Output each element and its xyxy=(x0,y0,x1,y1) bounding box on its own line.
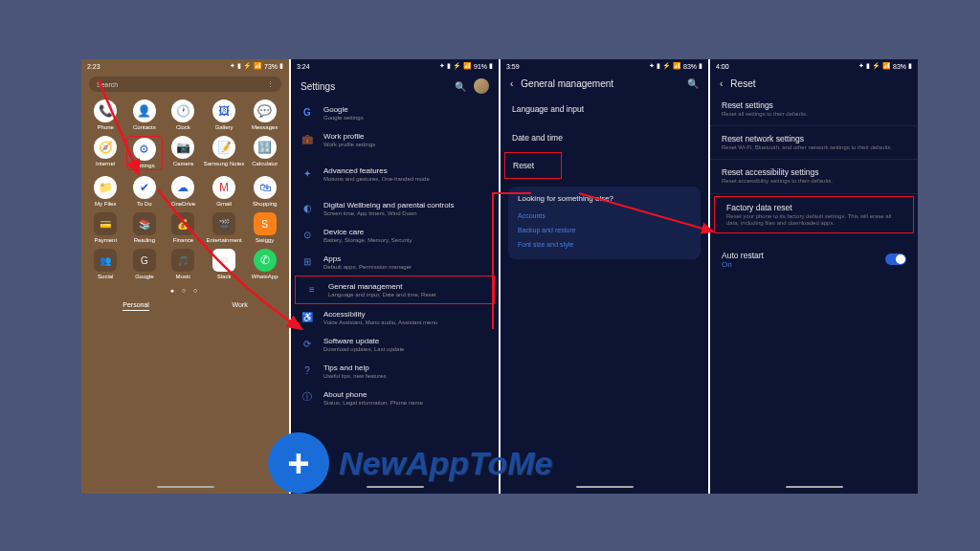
gm-title: General management xyxy=(521,78,613,89)
folder-reading[interactable]: 📚Reading xyxy=(126,212,164,243)
app-gallery[interactable]: 🖼Gallery xyxy=(204,99,245,130)
app-settings-highlighted[interactable]: ⚙Settings xyxy=(126,136,164,170)
app-todo[interactable]: ✔To Do xyxy=(126,176,164,207)
row-factory-reset[interactable]: Factory data reset Reset your phone to i… xyxy=(715,197,913,232)
tab-work[interactable]: Work xyxy=(232,301,247,311)
status-bar: 2:23 ✦ ▮ ⚡ 📶 73%▮ xyxy=(81,59,289,73)
row-google[interactable]: GGoogleGoogle settings xyxy=(291,99,499,126)
folder-payment[interactable]: 💳Payment xyxy=(87,212,124,243)
divider xyxy=(710,159,918,160)
clock-text: 4:00 xyxy=(716,63,729,70)
toggle-switch[interactable] xyxy=(885,253,906,265)
settings-title: Settings xyxy=(301,81,335,92)
app-calculator[interactable]: 🔢Calculator xyxy=(246,136,283,170)
app-slack[interactable]: ⧉Slack xyxy=(204,249,245,279)
row-advanced[interactable]: ✦Advanced featuresMotions and gestures, … xyxy=(291,161,499,187)
row-about-phone[interactable]: ⓘAbout phoneStatus, Legal information, P… xyxy=(291,385,499,411)
link-backup[interactable]: Backup and restore xyxy=(518,223,691,237)
nav-pill[interactable] xyxy=(576,486,634,489)
reset-header: ‹ Reset xyxy=(710,73,918,95)
app-messages[interactable]: 💬Messages xyxy=(246,99,283,130)
app-clock[interactable]: 🕐Clock xyxy=(165,99,202,130)
watermark-logo: + xyxy=(268,432,329,494)
more-icon[interactable]: ⋮ xyxy=(267,80,274,88)
screenshots-row: 2:23 ✦ ▮ ⚡ 📶 73%▮ Search ⋮ 📞Phone 👤Conta… xyxy=(81,59,918,494)
status-icons: ✦ ▮ ⚡ 📶 91%▮ xyxy=(439,62,493,70)
back-icon[interactable]: ‹ xyxy=(510,78,513,89)
app-camera[interactable]: 📷Camera xyxy=(165,136,202,170)
watermark: + NewAppToMe xyxy=(268,432,553,494)
search-input[interactable]: Search ⋮ xyxy=(89,77,281,92)
tab-personal[interactable]: Personal xyxy=(122,301,149,311)
settings-list: GGoogleGoogle settings 💼Work profileWork… xyxy=(291,99,499,411)
app-onedrive[interactable]: ☁OneDrive xyxy=(165,176,202,207)
row-work-profile[interactable]: 💼Work profileWork profile settings xyxy=(291,126,499,153)
settings-header: Settings 🔍 xyxy=(291,73,499,99)
row-auto-restart[interactable]: Auto restart On xyxy=(710,243,918,276)
folder-social[interactable]: 👥Social xyxy=(87,249,124,279)
divider xyxy=(710,125,918,126)
nav-pill[interactable] xyxy=(786,486,843,489)
row-apps[interactable]: ⊞AppsDefault apps, Permission manager xyxy=(291,249,499,276)
link-fonts[interactable]: Font size and style xyxy=(518,237,691,252)
status-bar: 3:24 ✦ ▮ ⚡ 📶 91%▮ xyxy=(291,59,499,73)
app-whatsapp[interactable]: ✆WhatsApp xyxy=(246,249,283,279)
search-placeholder: Search xyxy=(97,81,118,88)
folder-finance[interactable]: 💰Finance xyxy=(165,212,202,243)
app-gmail[interactable]: MGmail xyxy=(204,176,245,207)
status-bar: 4:00 ✦ ▮ ⚡ 📶 83%▮ xyxy=(710,59,918,73)
row-language[interactable]: Language and input xyxy=(501,95,708,123)
row-reset-accessibility[interactable]: Reset accessibility settings Reset acces… xyxy=(710,162,918,190)
row-wellbeing[interactable]: ◐Digital Wellbeing and parental controls… xyxy=(291,195,499,222)
app-myfiles[interactable]: 📁My Files xyxy=(87,176,124,207)
app-notes[interactable]: 📝Samsung Notes xyxy=(204,136,245,170)
clock-text: 3:24 xyxy=(297,63,310,70)
folder-entertainment[interactable]: 🎬Entertainment xyxy=(204,212,245,243)
gm-header: ‹ General management 🔍 xyxy=(501,73,708,95)
row-tips[interactable]: ?Tips and helpUseful tips, new features xyxy=(291,358,499,385)
search-icon[interactable]: 🔍 xyxy=(687,78,699,89)
general-management-screen: 3:59 ✦ ▮ ⚡ 📶 83%▮ ‹ General management 🔍… xyxy=(501,59,708,494)
app-phone[interactable]: 📞Phone xyxy=(87,99,124,130)
reset-title: Reset xyxy=(730,78,755,89)
panel-heading: Looking for something else? xyxy=(518,194,691,203)
app-contacts[interactable]: 👤Contacts xyxy=(126,99,164,130)
status-icons: ✦ ▮ ⚡ 📶 83%▮ xyxy=(649,62,702,70)
watermark-text: NewAppToMe xyxy=(339,445,553,482)
row-software-update[interactable]: ⟳Software updateDownload updates, Last u… xyxy=(291,331,499,358)
row-reset-network[interactable]: Reset network settings Reset Wi-Fi, Blue… xyxy=(710,128,918,157)
back-icon[interactable]: ‹ xyxy=(720,78,723,89)
highlight-reset: Reset xyxy=(504,152,562,179)
page-indicator: ● ○ ○ xyxy=(81,287,289,294)
home-screen: 2:23 ✦ ▮ ⚡ 📶 73%▮ Search ⋮ 📞Phone 👤Conta… xyxy=(81,59,289,494)
highlight-general-management: ≡General managementLanguage and input, D… xyxy=(295,276,495,304)
status-icons: ✦ ▮ ⚡ 📶 83%▮ xyxy=(858,62,912,70)
status-bar: 3:59 ✦ ▮ ⚡ 📶 83%▮ xyxy=(501,59,708,73)
app-grid: 📞Phone 👤Contacts 🕐Clock 🖼Gallery 💬Messag… xyxy=(81,96,289,283)
divider xyxy=(710,193,918,194)
looking-for-panel: Looking for something else? Accounts Bac… xyxy=(508,187,701,259)
app-shopping[interactable]: 🛍Shopping xyxy=(246,176,283,207)
row-datetime[interactable]: Date and time xyxy=(501,123,708,152)
status-icons: ✦ ▮ ⚡ 📶 73%▮ xyxy=(230,62,283,70)
folder-music[interactable]: 🎵Music xyxy=(165,249,202,279)
app-swiggy[interactable]: SSwiggy xyxy=(246,212,283,243)
row-reset[interactable]: Reset xyxy=(505,153,561,178)
row-accessibility[interactable]: ♿AccessibilityVoice Assistant, Mono audi… xyxy=(291,304,499,331)
nav-pill[interactable] xyxy=(157,486,214,489)
settings-screen: 3:24 ✦ ▮ ⚡ 📶 91%▮ Settings 🔍 GGoogleGoog… xyxy=(291,59,499,494)
row-device-care[interactable]: ⊙Device careBattery, Storage, Memory, Se… xyxy=(291,222,499,249)
profile-avatar[interactable] xyxy=(474,78,489,94)
clock-text: 2:23 xyxy=(87,63,100,70)
highlight-factory-reset: Factory data reset Reset your phone to i… xyxy=(714,196,914,233)
search-icon[interactable]: 🔍 xyxy=(455,81,466,92)
home-tabs: Personal Work xyxy=(81,301,289,311)
reset-screen: 4:00 ✦ ▮ ⚡ 📶 83%▮ ‹ Reset Reset settings… xyxy=(710,59,918,494)
row-reset-settings[interactable]: Reset settings Reset all settings to the… xyxy=(710,95,918,123)
clock-text: 3:59 xyxy=(506,63,520,70)
row-general-management[interactable]: ≡General managementLanguage and input, D… xyxy=(296,276,494,303)
app-internet[interactable]: 🧭Internet xyxy=(87,136,124,170)
folder-google[interactable]: GGoogle xyxy=(126,249,164,279)
link-accounts[interactable]: Accounts xyxy=(518,209,691,223)
